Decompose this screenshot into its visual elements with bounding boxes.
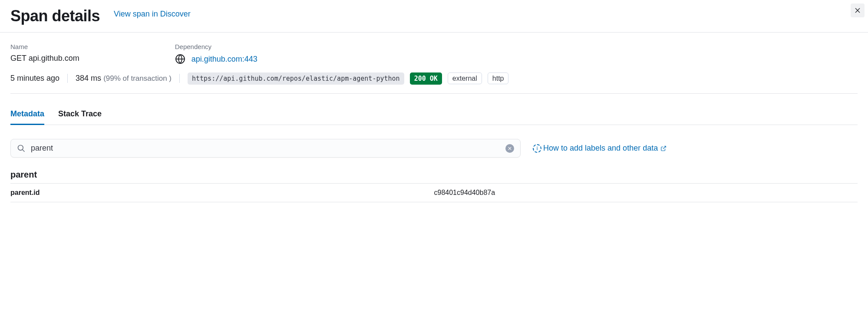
status-badge: 200 OK [410, 72, 442, 85]
svg-line-5 [23, 149, 25, 151]
dependency-link[interactable]: api.github.com:443 [191, 55, 257, 64]
row-key: parent.id [10, 184, 434, 202]
timestamp: 5 minutes ago [10, 74, 67, 83]
page-title: Span details [10, 7, 100, 25]
help-text: How to add labels and other data [543, 144, 658, 153]
metadata-table: parent.id c98401c94d40b87a [10, 183, 858, 202]
svg-line-8 [663, 146, 666, 148]
clear-icon [508, 146, 512, 151]
tag-http: http [488, 72, 509, 84]
globe-icon [175, 54, 185, 64]
name-value: GET api.github.com [10, 54, 79, 63]
help-link[interactable]: i How to add labels and other data [533, 144, 667, 153]
clear-search-button[interactable] [505, 144, 514, 153]
tab-stack-trace[interactable]: Stack Trace [58, 109, 102, 125]
help-icon: i [533, 144, 541, 153]
search-box[interactable] [10, 139, 521, 158]
close-button[interactable] [851, 3, 865, 17]
tabs: Metadata Stack Trace [10, 109, 858, 125]
duration-value: 384 ms [76, 74, 101, 82]
search-icon [17, 144, 26, 153]
dependency-label: Dependency [175, 43, 257, 50]
duration: 384 ms (99% of transaction ) [67, 74, 179, 83]
tag-external: external [448, 72, 482, 84]
search-input[interactable] [26, 144, 505, 153]
close-icon [854, 7, 861, 14]
row-value: c98401c94d40b87a [434, 184, 858, 202]
url-badge: https://api.github.com/repos/elastic/apm… [188, 72, 404, 85]
tab-metadata[interactable]: Metadata [10, 109, 44, 125]
section-title: parent [10, 170, 858, 180]
external-link-icon [660, 145, 667, 151]
table-row: parent.id c98401c94d40b87a [10, 184, 858, 202]
name-label: Name [10, 43, 79, 50]
duration-pct: (99% of transaction ) [103, 74, 172, 82]
view-discover-link[interactable]: View span in Discover [114, 10, 191, 19]
badges-group: https://api.github.com/repos/elastic/apm… [179, 74, 520, 83]
dependency-field: Dependency api.github.com:443 [175, 43, 257, 64]
stats-row: 5 minutes ago 384 ms (99% of transaction… [10, 74, 858, 94]
svg-point-4 [18, 145, 23, 150]
name-field: Name GET api.github.com [10, 43, 79, 64]
